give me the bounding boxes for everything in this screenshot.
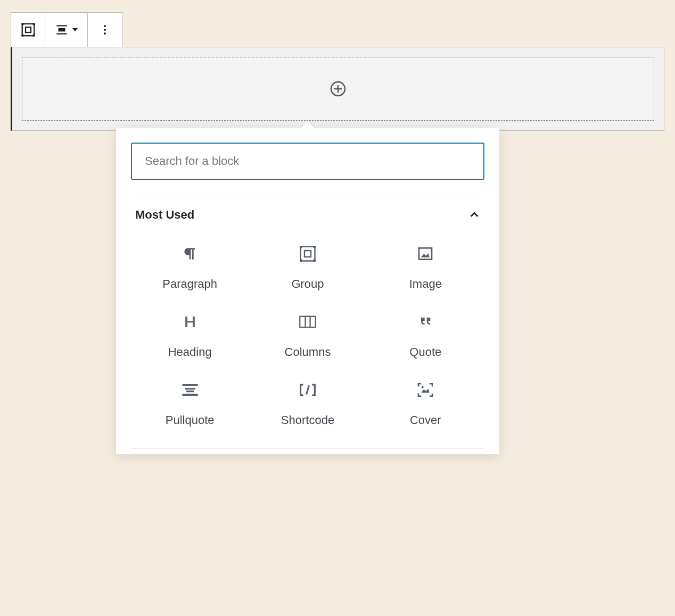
cover-icon bbox=[416, 380, 435, 399]
block-image[interactable]: Image bbox=[372, 244, 479, 291]
block-type-button[interactable] bbox=[11, 13, 45, 47]
group-icon bbox=[20, 22, 36, 38]
align-icon bbox=[55, 23, 69, 37]
block-label: Image bbox=[409, 277, 442, 291]
plus-circle-icon bbox=[330, 80, 347, 97]
svg-marker-9 bbox=[72, 28, 78, 31]
align-button[interactable] bbox=[45, 13, 88, 47]
block-quote[interactable]: Quote bbox=[372, 312, 479, 359]
chevron-up-icon bbox=[468, 209, 480, 221]
block-label: Columns bbox=[285, 345, 331, 359]
svg-rect-27 bbox=[182, 384, 197, 386]
group-icon bbox=[298, 244, 317, 263]
svg-rect-20 bbox=[313, 260, 316, 262]
svg-rect-22 bbox=[419, 248, 432, 259]
image-icon bbox=[416, 244, 435, 263]
block-shortcode[interactable]: Shortcode bbox=[254, 380, 361, 427]
block-pullquote[interactable]: Pullquote bbox=[136, 380, 243, 427]
search-input[interactable] bbox=[131, 143, 484, 180]
columns-icon bbox=[298, 312, 317, 331]
more-vertical-icon bbox=[98, 23, 111, 36]
svg-rect-18 bbox=[313, 246, 316, 248]
block-toolbar bbox=[11, 12, 122, 47]
more-options-button[interactable] bbox=[88, 13, 122, 47]
quote-icon bbox=[416, 312, 435, 331]
section-header[interactable]: Most Used bbox=[131, 196, 484, 234]
svg-rect-21 bbox=[304, 251, 311, 257]
svg-point-33 bbox=[422, 386, 424, 388]
svg-rect-7 bbox=[58, 28, 65, 32]
svg-marker-32 bbox=[421, 388, 430, 393]
svg-point-11 bbox=[104, 29, 106, 31]
block-group[interactable]: Group bbox=[254, 244, 361, 291]
block-label: Group bbox=[291, 277, 324, 291]
block-label: Paragraph bbox=[162, 277, 217, 291]
block-label: Pullquote bbox=[166, 413, 215, 427]
add-block-appender[interactable] bbox=[22, 57, 654, 121]
svg-marker-23 bbox=[421, 253, 430, 257]
most-used-section: Most Used Paragraph bbox=[131, 196, 484, 449]
block-label: Heading bbox=[168, 345, 212, 359]
pullquote-icon bbox=[180, 380, 200, 399]
shortcode-icon bbox=[298, 380, 317, 399]
section-title: Most Used bbox=[135, 208, 194, 222]
svg-point-12 bbox=[104, 32, 106, 35]
block-inserter-popover: Most Used Paragraph bbox=[116, 128, 499, 454]
selected-block-container bbox=[11, 47, 664, 131]
svg-rect-4 bbox=[32, 35, 35, 37]
svg-rect-24 bbox=[300, 317, 315, 327]
svg-rect-19 bbox=[300, 260, 302, 262]
svg-rect-5 bbox=[26, 27, 31, 32]
block-paragraph[interactable]: Paragraph bbox=[136, 244, 243, 291]
svg-rect-28 bbox=[185, 388, 195, 389]
paragraph-icon bbox=[180, 244, 200, 263]
svg-point-10 bbox=[104, 25, 106, 27]
chevron-down-icon bbox=[72, 27, 78, 33]
block-label: Shortcode bbox=[281, 413, 334, 427]
svg-rect-30 bbox=[182, 394, 197, 396]
block-heading[interactable]: Heading bbox=[136, 312, 243, 359]
svg-rect-3 bbox=[21, 35, 23, 37]
block-cover[interactable]: Cover bbox=[372, 380, 479, 427]
svg-rect-1 bbox=[21, 23, 23, 26]
block-columns[interactable]: Columns bbox=[254, 312, 361, 359]
block-label: Quote bbox=[409, 345, 441, 359]
heading-icon bbox=[180, 312, 200, 331]
svg-rect-17 bbox=[300, 246, 302, 248]
svg-line-31 bbox=[307, 386, 309, 395]
svg-rect-16 bbox=[300, 247, 315, 261]
svg-rect-2 bbox=[32, 23, 35, 26]
svg-rect-0 bbox=[22, 24, 34, 36]
blocks-grid: Paragraph Group bbox=[131, 234, 484, 432]
block-label: Cover bbox=[410, 413, 441, 427]
svg-rect-29 bbox=[186, 390, 194, 392]
